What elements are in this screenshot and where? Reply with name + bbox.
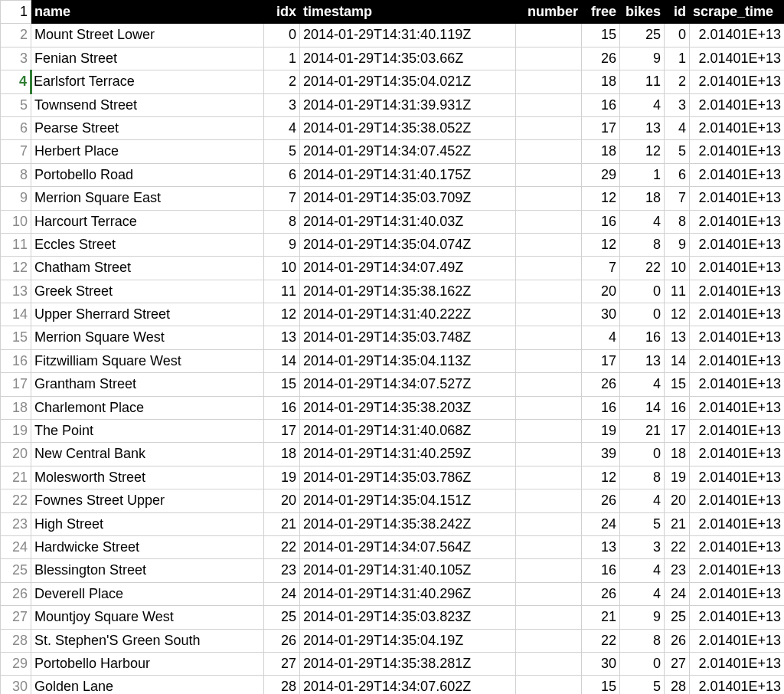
cell-name[interactable]: Charlemont Place — [31, 396, 264, 419]
cell-name[interactable]: Eccles Street — [31, 233, 264, 256]
cell-number[interactable] — [516, 606, 582, 629]
header-idx[interactable]: idx — [264, 1, 300, 24]
cell-scrape-time[interactable]: 2.01401E+13 — [690, 676, 785, 694]
cell-id[interactable]: 12 — [665, 303, 690, 326]
header-name[interactable]: name — [31, 1, 264, 24]
cell-name[interactable]: Chatham Street — [31, 257, 264, 280]
cell-bikes[interactable]: 8 — [620, 466, 665, 489]
table-row[interactable]: 6Pearse Street42014-01-29T14:35:38.052Z1… — [1, 116, 785, 139]
cell-name[interactable]: Mountjoy Square West — [31, 606, 264, 629]
cell-number[interactable] — [516, 233, 582, 256]
cell-timestamp[interactable]: 2014-01-29T14:35:03.786Z — [300, 466, 516, 489]
cell-rownum[interactable]: 22 — [1, 489, 31, 512]
cell-idx[interactable]: 0 — [264, 24, 300, 47]
cell-free[interactable]: 26 — [582, 489, 620, 512]
cell-timestamp[interactable]: 2014-01-29T14:31:40.105Z — [300, 559, 516, 582]
table-row[interactable]: 10Harcourt Terrace82014-01-29T14:31:40.0… — [1, 210, 785, 233]
table-row[interactable]: 21Molesworth Street192014-01-29T14:35:03… — [1, 466, 785, 489]
header-timestamp[interactable]: timestamp — [300, 1, 516, 24]
cell-number[interactable] — [516, 420, 582, 443]
cell-number[interactable] — [516, 489, 582, 512]
cell-bikes[interactable]: 3 — [620, 535, 665, 558]
cell-scrape-time[interactable]: 2.01401E+13 — [690, 559, 785, 582]
cell-number[interactable] — [516, 210, 582, 233]
cell-scrape-time[interactable]: 2.01401E+13 — [690, 187, 785, 210]
cell-free[interactable]: 16 — [582, 210, 620, 233]
cell-rownum[interactable]: 16 — [1, 349, 31, 372]
cell-rownum[interactable]: 17 — [1, 373, 31, 396]
cell-name[interactable]: New Central Bank — [31, 443, 264, 466]
cell-idx[interactable]: 22 — [264, 535, 300, 558]
cell-rownum[interactable]: 26 — [1, 582, 31, 605]
table-row[interactable]: 24Hardwicke Street222014-01-29T14:34:07.… — [1, 535, 785, 558]
cell-rownum[interactable]: 25 — [1, 559, 31, 582]
cell-idx[interactable]: 3 — [264, 93, 300, 116]
cell-timestamp[interactable]: 2014-01-29T14:35:04.113Z — [300, 349, 516, 372]
cell-bikes[interactable]: 4 — [620, 210, 665, 233]
cell-idx[interactable]: 4 — [264, 116, 300, 139]
spreadsheet-table[interactable]: 1 name idx timestamp number free bikes i… — [0, 0, 784, 694]
cell-number[interactable] — [516, 70, 582, 93]
cell-idx[interactable]: 27 — [264, 652, 300, 675]
cell-id[interactable]: 18 — [665, 443, 690, 466]
cell-idx[interactable]: 15 — [264, 373, 300, 396]
cell-idx[interactable]: 18 — [264, 443, 300, 466]
cell-number[interactable] — [516, 349, 582, 372]
cell-id[interactable]: 21 — [665, 512, 690, 535]
cell-name[interactable]: Upper Sherrard Street — [31, 303, 264, 326]
cell-timestamp[interactable]: 2014-01-29T14:31:40.119Z — [300, 24, 516, 47]
cell-rownum[interactable]: 29 — [1, 652, 31, 675]
cell-name[interactable]: Pearse Street — [31, 116, 264, 139]
cell-scrape-time[interactable]: 2.01401E+13 — [690, 652, 785, 675]
header-number[interactable]: number — [516, 1, 582, 24]
cell-id[interactable]: 0 — [665, 24, 690, 47]
cell-timestamp[interactable]: 2014-01-29T14:31:39.931Z — [300, 93, 516, 116]
cell-free[interactable]: 16 — [582, 396, 620, 419]
cell-rownum[interactable]: 4 — [1, 70, 31, 93]
cell-number[interactable] — [516, 47, 582, 70]
cell-scrape-time[interactable]: 2.01401E+13 — [690, 303, 785, 326]
cell-name[interactable]: Merrion Square West — [31, 326, 264, 349]
cell-rownum[interactable]: 12 — [1, 257, 31, 280]
cell-number[interactable] — [516, 140, 582, 163]
cell-scrape-time[interactable]: 2.01401E+13 — [690, 629, 785, 652]
cell-rownum[interactable]: 9 — [1, 187, 31, 210]
cell-bikes[interactable]: 9 — [620, 47, 665, 70]
cell-free[interactable]: 20 — [582, 280, 620, 303]
cell-scrape-time[interactable]: 2.01401E+13 — [690, 535, 785, 558]
cell-id[interactable]: 25 — [665, 606, 690, 629]
cell-scrape-time[interactable]: 2.01401E+13 — [690, 326, 785, 349]
cell-free[interactable]: 16 — [582, 93, 620, 116]
cell-bikes[interactable]: 4 — [620, 489, 665, 512]
header-scrape-time[interactable]: scrape_time — [690, 1, 785, 24]
cell-free[interactable]: 15 — [582, 676, 620, 694]
cell-timestamp[interactable]: 2014-01-29T14:34:07.564Z — [300, 535, 516, 558]
cell-rownum[interactable]: 10 — [1, 210, 31, 233]
table-row[interactable]: 14Upper Sherrard Street122014-01-29T14:3… — [1, 303, 785, 326]
cell-scrape-time[interactable]: 2.01401E+13 — [690, 163, 785, 186]
cell-timestamp[interactable]: 2014-01-29T14:35:03.66Z — [300, 47, 516, 70]
cell-number[interactable] — [516, 163, 582, 186]
cell-free[interactable]: 24 — [582, 512, 620, 535]
cell-name[interactable]: Fenian Street — [31, 47, 264, 70]
table-row[interactable]: 23High Street212014-01-29T14:35:38.242Z2… — [1, 512, 785, 535]
cell-bikes[interactable]: 13 — [620, 349, 665, 372]
cell-bikes[interactable]: 0 — [620, 652, 665, 675]
cell-idx[interactable]: 13 — [264, 326, 300, 349]
cell-name[interactable]: Hardwicke Street — [31, 535, 264, 558]
cell-timestamp[interactable]: 2014-01-29T14:31:40.296Z — [300, 582, 516, 605]
table-row[interactable]: 4Earlsfort Terrace22014-01-29T14:35:04.0… — [1, 70, 785, 93]
cell-id[interactable]: 6 — [665, 163, 690, 186]
cell-idx[interactable]: 5 — [264, 140, 300, 163]
cell-id[interactable]: 9 — [665, 233, 690, 256]
cell-scrape-time[interactable]: 2.01401E+13 — [690, 396, 785, 419]
cell-scrape-time[interactable]: 2.01401E+13 — [690, 349, 785, 372]
cell-timestamp[interactable]: 2014-01-29T14:34:07.452Z — [300, 140, 516, 163]
cell-id[interactable]: 7 — [665, 187, 690, 210]
cell-timestamp[interactable]: 2014-01-29T14:31:40.222Z — [300, 303, 516, 326]
cell-bikes[interactable]: 12 — [620, 140, 665, 163]
cell-number[interactable] — [516, 187, 582, 210]
cell-idx[interactable]: 10 — [264, 257, 300, 280]
cell-name[interactable]: Golden Lane — [31, 676, 264, 694]
cell-number[interactable] — [516, 93, 582, 116]
